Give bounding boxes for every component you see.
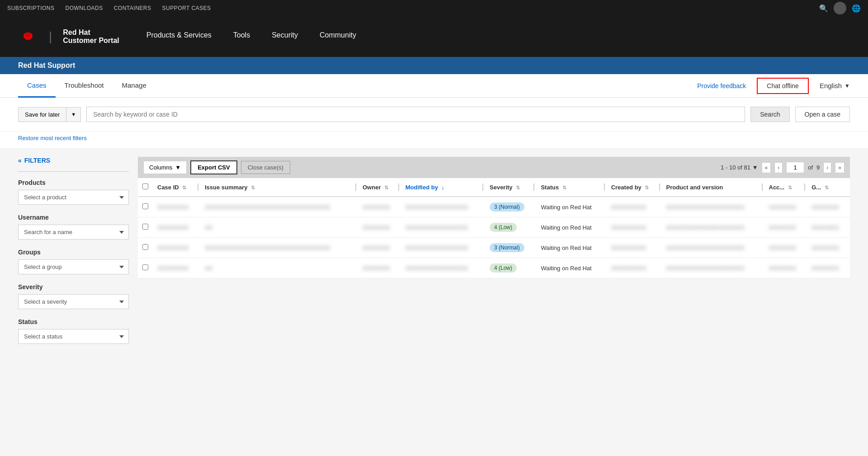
case-id-link[interactable]: XXXXXXXX <box>157 224 189 231</box>
group-cell: XXXXXXX <box>807 217 850 238</box>
product-version-header[interactable]: Product and version <box>662 178 764 197</box>
products-select[interactable]: Select a product <box>18 190 129 205</box>
severity-badge: 3 (Normal) <box>490 202 524 212</box>
keyword-search-input[interactable] <box>86 107 745 122</box>
prev-page-button[interactable]: ‹ <box>774 162 783 173</box>
account-sort-icon: ⇅ <box>788 185 792 190</box>
created-by-header[interactable]: Created by ⇅ <box>607 178 662 197</box>
group-header[interactable]: G... ⇅ <box>807 178 850 197</box>
owner-text: XXXXXXX <box>363 224 390 231</box>
status-text: Waiting on Red Hat <box>541 204 591 211</box>
severity-badge: 4 (Low) <box>490 223 517 232</box>
modified-by-cell: XXXXXXXXXXXXXXXX <box>401 197 485 217</box>
modified-by-cell: XXXXXXXXXXXXXXXX <box>401 238 485 258</box>
pagination-dropdown-arrow[interactable]: ▼ <box>752 164 758 171</box>
status-text: Waiting on Red Hat <box>541 244 591 251</box>
open-case-button[interactable]: Open a case <box>795 107 850 122</box>
avatar[interactable] <box>834 2 846 14</box>
case-id-header[interactable]: Case ID ⇅ <box>153 178 200 197</box>
severity-select[interactable]: Select a severity <box>18 294 129 309</box>
support-cases-link[interactable]: Support Cases <box>162 5 211 11</box>
save-for-later-dropdown[interactable]: ▼ <box>66 108 80 121</box>
group-text: XXXXXXX <box>811 224 839 231</box>
close-cases-button[interactable]: Close case(s) <box>241 161 290 174</box>
account-cell: XXXXXXX <box>764 197 807 217</box>
restore-filters-link[interactable]: Restore most recent filters <box>18 135 87 141</box>
columns-button[interactable]: Columns ▼ <box>143 161 187 174</box>
community-link[interactable]: Community <box>320 31 356 42</box>
tabs: Cases Troubleshoot Manage <box>18 74 156 98</box>
case-id-link[interactable]: XXXXXXXX <box>157 244 189 251</box>
tab-troubleshoot[interactable]: Troubleshoot <box>56 74 113 98</box>
created-by-text: XXXXXXXXX <box>611 224 646 231</box>
group-text: XXXXXXX <box>811 204 839 211</box>
case-id-link[interactable]: XXXXXXXX <box>157 204 189 211</box>
row-checkbox[interactable] <box>142 264 148 270</box>
groups-select[interactable]: Select a group <box>18 259 129 274</box>
logo-text: Red Hat Customer Portal <box>63 28 119 45</box>
created-by-resize <box>659 183 660 191</box>
groups-select-wrapper: Select a group <box>18 259 129 274</box>
case-id-link[interactable]: XXXXXXXX <box>157 265 189 272</box>
export-csv-button[interactable]: Export CSV <box>190 160 237 174</box>
created-by-cell: XXXXXXXXX <box>607 217 662 238</box>
row-checkbox[interactable] <box>142 224 148 230</box>
account-text: XXXXXXX <box>769 204 797 211</box>
page-number-input[interactable] <box>786 162 804 173</box>
status-select[interactable]: Select a status <box>18 329 129 344</box>
subscriptions-link[interactable]: Subscriptions <box>7 5 55 11</box>
restore-area: Restore most recent filters <box>0 132 868 148</box>
chat-offline-button[interactable]: Chat offline <box>757 78 809 94</box>
tools-link[interactable]: Tools <box>233 31 250 42</box>
security-link[interactable]: Security <box>272 31 298 42</box>
language-dropdown[interactable]: English ▼ <box>820 82 850 89</box>
tab-manage[interactable]: Manage <box>113 74 156 98</box>
created-by-cell: XXXXXXXXX <box>607 197 662 217</box>
save-for-later-button[interactable]: Save for later ▼ <box>18 107 81 122</box>
severity-cell: 3 (Normal) <box>485 238 536 258</box>
table-row: XXXXXXXX XXXXXXXXXXXXXXXXXXXXXXXXXXXXXXX… <box>138 197 850 217</box>
search-icon[interactable]: 🔍 <box>819 4 828 13</box>
tab-cases[interactable]: Cases <box>18 74 56 98</box>
severity-badge: 4 (Low) <box>490 263 517 273</box>
issue-summary-cell: XX <box>200 258 358 278</box>
severity-header[interactable]: Severity ⇅ <box>485 178 536 197</box>
modified-by-header[interactable]: Modified by ↓ <box>401 178 485 197</box>
case-id-cell: XXXXXXXX <box>153 197 200 217</box>
first-page-button[interactable]: « <box>762 162 771 173</box>
issue-summary-header[interactable]: Issue summary ⇅ <box>200 178 358 197</box>
next-page-button[interactable]: › <box>823 162 831 173</box>
owner-text: XXXXXXX <box>363 244 390 251</box>
issue-summary-text: XX <box>205 265 212 272</box>
status-cell: Waiting on Red Hat <box>536 258 606 278</box>
search-button[interactable]: Search <box>750 107 789 122</box>
username-label: Username <box>18 214 129 221</box>
language-label: English <box>820 82 842 89</box>
containers-link[interactable]: Containers <box>114 5 151 11</box>
save-for-later-main[interactable]: Save for later <box>19 108 66 122</box>
products-services-link[interactable]: Products & Services <box>146 31 212 42</box>
username-select-wrapper: Search for a name <box>18 225 129 240</box>
row-checkbox[interactable] <box>142 203 148 209</box>
provide-feedback-link[interactable]: Provide feedback <box>697 82 746 89</box>
username-select[interactable]: Search for a name <box>18 225 129 240</box>
filters-chevron-icon: « <box>18 157 22 164</box>
case-id-resize <box>198 183 198 191</box>
modified-by-cell: XXXXXXXXXXXXXXXX <box>401 217 485 238</box>
table-row: XXXXXXXX XX XXXXXXX XXXXXXXXXXXXXXXX 4 (… <box>138 258 850 278</box>
logo-area: | Red Hat Customer Portal <box>18 27 119 47</box>
downloads-link[interactable]: Downloads <box>66 5 103 11</box>
account-header[interactable]: Acc... ⇅ <box>764 178 807 197</box>
select-all-checkbox[interactable] <box>142 183 148 189</box>
row-checkbox[interactable] <box>142 244 148 250</box>
group-cell: XXXXXXX <box>807 258 850 278</box>
modified-by-resize <box>482 183 483 191</box>
last-page-button[interactable]: » <box>835 162 844 173</box>
owner-sort-icon: ⇅ <box>384 185 388 190</box>
status-header[interactable]: Status ⇅ <box>536 178 606 197</box>
product-version-cell: XXXXXXXXXXXXXXXXXXXX <box>662 258 764 278</box>
group-cell: XXXXXXX <box>807 197 850 217</box>
product-version-text: XXXXXXXXXXXXXXXXXXXX <box>666 244 745 251</box>
severity-select-wrapper: Select a severity <box>18 294 129 309</box>
owner-header[interactable]: Owner ⇅ <box>358 178 401 197</box>
